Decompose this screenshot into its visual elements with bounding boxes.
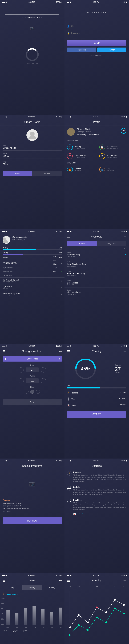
menu-button[interactable] bbox=[67, 350, 70, 352]
chevron-right-icon bbox=[61, 292, 62, 296]
more-button[interactable] bbox=[59, 465, 62, 467]
signin-button[interactable]: Sign In bbox=[67, 40, 126, 46]
calories-value: 27 bbox=[115, 366, 121, 372]
tab-log-sports[interactable]: + Log Sports bbox=[97, 241, 126, 246]
chevron-right-icon bbox=[61, 286, 62, 289]
bar bbox=[15, 613, 19, 625]
menu-button[interactable] bbox=[67, 121, 70, 123]
goal-item[interactable]: ❤Cardiovascular2 Times / Weekly bbox=[65, 152, 97, 160]
avatar[interactable] bbox=[3, 236, 10, 244]
list-icon[interactable]: ≡ bbox=[82, 512, 83, 515]
start-button[interactable]: Start bbox=[3, 399, 62, 405]
data-point bbox=[114, 599, 116, 601]
features-label: Features bbox=[0, 499, 65, 501]
reps-plus[interactable]: + bbox=[19, 367, 24, 372]
weight-plus[interactable]: + bbox=[19, 378, 24, 384]
stat-icon: 🏃 bbox=[67, 391, 70, 394]
workout-item[interactable]: SectionBiceps and Back5 min, 48 kcal bbox=[65, 288, 129, 297]
gender-male-button[interactable]: Male bbox=[3, 171, 32, 176]
weight-minus[interactable]: − bbox=[41, 378, 46, 384]
screen-running-chart: 4:39 PM100%▮ Running SMTWTFT ACTIVE TIME… bbox=[65, 573, 129, 644]
weight-value[interactable]: 79 kg bbox=[3, 163, 62, 167]
forgot-password-link[interactable]: forgot password ? bbox=[67, 54, 126, 56]
start-button[interactable]: START bbox=[67, 411, 126, 418]
chevron-right-icon bbox=[61, 279, 62, 282]
daily-goal-item[interactable]: 🔥Calories2500 kcal bbox=[65, 165, 97, 174]
page-title: Create Profile bbox=[6, 120, 59, 124]
bar bbox=[24, 608, 27, 625]
goal-item[interactable]: 🍴Fooding Tips2 Times / Weekly bbox=[97, 152, 129, 160]
workout-details-section[interactable]: WORKOUT DETAILS5 Workouts per Week bbox=[0, 290, 65, 297]
screen-login: 4:39 PM 100%▮ FITNESS APP 👤 🔒 Sign In Fa… bbox=[65, 0, 129, 115]
name-value[interactable]: Simons Aberfa bbox=[3, 147, 62, 150]
tab-history[interactable]: History bbox=[67, 241, 97, 246]
screen-progress: 4:39 PM100%▮ Simons Aberfa San Francisco… bbox=[0, 229, 65, 344]
effort-3[interactable] bbox=[36, 390, 40, 394]
menu-button[interactable] bbox=[67, 580, 70, 582]
profile-subtitle: Day Target Statistics bbox=[77, 131, 119, 133]
daily-goal-item[interactable]: 👟Step6200 / Daily bbox=[97, 165, 129, 174]
gender-female-button[interactable]: Female bbox=[32, 171, 62, 176]
name-label: Name bbox=[3, 145, 62, 146]
page-title: Profile bbox=[70, 120, 123, 124]
legend-item: Running24 km bbox=[3, 630, 8, 633]
exercise-icon: ●—● bbox=[67, 499, 71, 503]
twitter-button[interactable]: Twitter bbox=[97, 48, 126, 52]
exercise-item[interactable]: ⬤⬤Barbells"But I must explain to you how… bbox=[65, 484, 129, 497]
status-bar: 4:39 PM 100%▮ bbox=[0, 0, 65, 4]
bar-chart: 10 km8 km6 km4 km2 km0 km MonTueWedThuFr… bbox=[0, 595, 65, 633]
menu-button[interactable] bbox=[3, 465, 6, 467]
height-value[interactable]: 184 cm bbox=[3, 155, 62, 159]
workout-item[interactable]: SectionHard Stop Legs, Core6 min, 55 kca… bbox=[65, 260, 129, 269]
more-button[interactable] bbox=[123, 121, 126, 123]
exercise-item[interactable]: ●—●Dumbbells"But I must explain to you h… bbox=[65, 497, 129, 512]
menu-button[interactable] bbox=[3, 350, 6, 352]
equipment-section[interactable]: EQUIPMENTFull Gym bbox=[0, 284, 65, 290]
more-button[interactable] bbox=[123, 580, 126, 582]
more-button[interactable] bbox=[59, 580, 62, 582]
exercise-item[interactable]: 🏃Running"But I must explain to you how a… bbox=[65, 469, 129, 484]
workout-item[interactable]: SectionPaleo Run, Full Body6 min, 55 kca… bbox=[65, 269, 129, 278]
data-point bbox=[114, 608, 116, 609]
workout-item[interactable]: SectionReps Full Body6 min, 55 kcal✓ bbox=[65, 250, 129, 260]
share-icon[interactable]: ↗ bbox=[78, 512, 80, 515]
period-tab-weekly[interactable]: Weekly bbox=[22, 585, 42, 590]
chevron-left-icon[interactable]: ◀ bbox=[4, 358, 6, 360]
menu-button[interactable] bbox=[67, 236, 70, 238]
check-icon: ✓ bbox=[124, 253, 126, 256]
effort-1[interactable] bbox=[25, 390, 29, 394]
more-button[interactable] bbox=[59, 121, 62, 123]
chart-icon[interactable]: 📊 bbox=[73, 512, 76, 515]
mail-input[interactable] bbox=[71, 25, 126, 28]
facebook-button[interactable]: Facebook bbox=[67, 48, 96, 52]
workout-item[interactable]: SectionBench Press4 min, 40 kcal bbox=[65, 278, 129, 288]
period-tab-monthly[interactable]: Monthly bbox=[42, 585, 62, 590]
menu-button[interactable] bbox=[3, 580, 6, 582]
goal-item[interactable]: 🏃Running2 Times / Weekly bbox=[65, 143, 97, 152]
period-tab-daily[interactable]: Daily bbox=[3, 585, 22, 590]
buy-button[interactable]: BUY NOW bbox=[3, 518, 62, 524]
data-point bbox=[69, 634, 71, 636]
more-button[interactable] bbox=[123, 350, 126, 352]
goal-item[interactable]: 📋Appointments3 Times / Weekly bbox=[97, 143, 129, 152]
workout-goals-section[interactable]: WORKOUT GOALSLose Weight · Tone Up bbox=[0, 278, 65, 284]
password-input[interactable] bbox=[71, 32, 126, 34]
effort-2[interactable] bbox=[30, 390, 34, 394]
more-button[interactable] bbox=[123, 465, 126, 467]
reps-minus[interactable]: − bbox=[41, 367, 46, 372]
avatar[interactable] bbox=[67, 128, 75, 136]
avatar-placeholder[interactable] bbox=[27, 129, 38, 141]
loading-label: LOADING APP bbox=[0, 63, 65, 64]
more-button[interactable] bbox=[59, 350, 62, 352]
chevron-right-icon[interactable]: ▶ bbox=[59, 358, 60, 360]
menu-button[interactable] bbox=[67, 465, 70, 467]
screen-strength: 4:39 PM100%▮ Strength Workout ◀ Chest Pr… bbox=[0, 344, 65, 458]
stat-row: ⏱Time01:24:07 bbox=[65, 396, 129, 402]
status-bar: 4:39 PM100%▮ bbox=[65, 115, 129, 119]
menu-button[interactable] bbox=[3, 121, 6, 123]
goal-icon: 👟 bbox=[99, 167, 105, 172]
stat-icon: 📊 bbox=[67, 404, 70, 407]
exercise-selector[interactable]: ◀ Chest Press ▶ bbox=[3, 356, 62, 362]
more-button[interactable] bbox=[123, 236, 126, 238]
progress-row: Cycling56% bbox=[0, 246, 65, 251]
